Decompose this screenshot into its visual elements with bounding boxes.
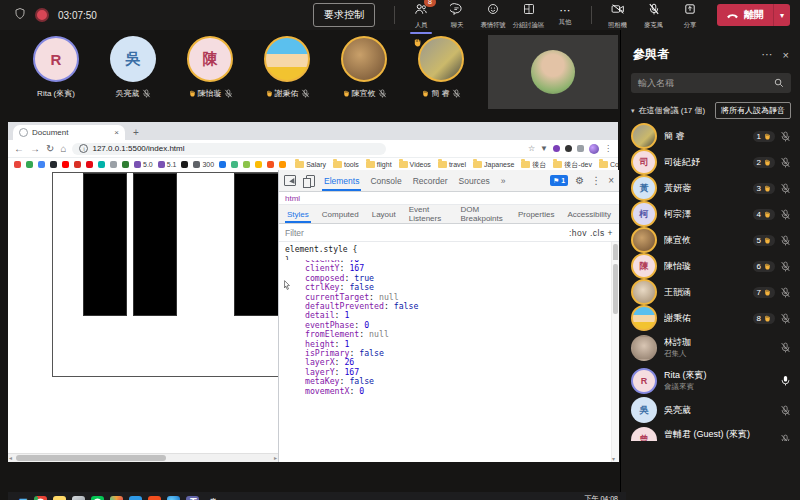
- taskbar-app-icon[interactable]: T: [183, 492, 202, 500]
- bookmark-favicon[interactable]: [50, 161, 57, 168]
- camera-button[interactable]: 照相機: [601, 1, 635, 30]
- participant-row[interactable]: 林詩珈 召集人: [621, 331, 800, 364]
- more-options-button[interactable]: ⋯ 其他: [548, 4, 582, 27]
- taskbar-app-icon[interactable]: ⊞: [12, 492, 31, 500]
- tab-computed[interactable]: Computed: [320, 205, 361, 223]
- bookmark-folder[interactable]: 後台: [521, 160, 546, 170]
- tab-console[interactable]: Console: [368, 170, 403, 191]
- mic-off-icon[interactable]: [780, 405, 791, 416]
- stage-avatar[interactable]: R Rita (來賓): [26, 36, 86, 99]
- share-button[interactable]: 分享: [673, 1, 707, 30]
- tab-layout[interactable]: Layout: [370, 205, 398, 223]
- devtools-settings-icon[interactable]: ⚙: [575, 175, 584, 186]
- tab-close-icon[interactable]: ×: [114, 128, 119, 137]
- participant-row[interactable]: 曾 曾輔君 (Guest) (來賓) 會議來賓: [621, 423, 800, 441]
- tab-recorder[interactable]: Recorder: [411, 170, 450, 191]
- participant-row[interactable]: 謝秉佑 8: [621, 305, 800, 331]
- mic-off-icon[interactable]: [780, 434, 791, 441]
- tab-elements[interactable]: Elements: [322, 170, 361, 191]
- taskbar-app-icon[interactable]: [31, 492, 50, 500]
- chat-button[interactable]: 聊天: [440, 1, 474, 30]
- stage-avatar[interactable]: 陳宜攸: [334, 36, 394, 99]
- taskbar-clock[interactable]: 下午 04:08 2022/5/21: [585, 495, 622, 500]
- vertical-scrollbar[interactable]: ▾: [611, 260, 619, 462]
- bookmark-favicon[interactable]: [62, 161, 69, 168]
- piano-black-key[interactable]: [234, 173, 278, 316]
- participant-row[interactable]: 柯 柯宗澤 4: [621, 201, 800, 227]
- bookmark-favicon[interactable]: [110, 161, 117, 168]
- bookmark-favicon[interactable]: 5.0: [134, 161, 153, 168]
- stage-avatar[interactable]: 謝秉佑: [257, 36, 317, 99]
- breakout-rooms-button[interactable]: 分組討論區: [512, 1, 546, 30]
- stage-avatar[interactable]: 陳 陳怡璇: [180, 36, 240, 99]
- piano-black-key[interactable]: [133, 173, 177, 316]
- mic-off-icon[interactable]: [780, 157, 791, 168]
- bookmark-favicon[interactable]: 5.1: [158, 161, 177, 168]
- styles-toggles[interactable]: :hov .cls +: [569, 228, 613, 238]
- participant-row[interactable]: 黃 黃妍蓉 3: [621, 175, 800, 201]
- address-bar[interactable]: i 127.0.0.1:5500/index.html: [72, 143, 386, 155]
- tab-styles[interactable]: Styles: [285, 205, 311, 223]
- tab-properties[interactable]: Properties: [516, 205, 556, 223]
- back-icon[interactable]: ←: [14, 144, 24, 154]
- issues-badge[interactable]: ⚑ 1: [550, 175, 568, 186]
- mic-off-icon[interactable]: [780, 131, 791, 142]
- bookmark-favicon[interactable]: [255, 161, 262, 168]
- css-rule[interactable]: element.style {: [285, 244, 613, 255]
- bookmark-favicon[interactable]: [86, 161, 93, 168]
- taskbar-app-icon[interactable]: [69, 492, 88, 500]
- site-info-icon[interactable]: i: [79, 144, 88, 153]
- bookmark-favicon[interactable]: [26, 161, 33, 168]
- participant-row[interactable]: R Rita (來賓) 會議來賓: [621, 364, 800, 397]
- taskbar-app-icon[interactable]: [145, 492, 164, 500]
- bookmark-favicon[interactable]: [38, 161, 45, 168]
- bookmark-folder[interactable]: travel: [438, 161, 466, 168]
- taskbar-app-icon[interactable]: [126, 492, 145, 500]
- bookmark-folder[interactable]: Japanese: [473, 161, 514, 168]
- bookmark-folder[interactable]: Salary: [295, 161, 326, 168]
- horizontal-scrollbar[interactable]: ◂ ▸: [8, 453, 278, 462]
- scrollbar-thumb[interactable]: [16, 455, 166, 461]
- taskbar-app-icon[interactable]: [164, 492, 183, 500]
- bookmark-folder[interactable]: Videos: [399, 161, 431, 168]
- forward-icon[interactable]: →: [30, 144, 40, 154]
- tab-accessibility[interactable]: Accessibility: [565, 205, 613, 223]
- bookmark-favicon[interactable]: [279, 161, 286, 168]
- video-tile[interactable]: [488, 35, 618, 109]
- taskbar-app-icon[interactable]: [88, 492, 107, 500]
- tab-event-listeners[interactable]: Event Listeners: [407, 205, 450, 223]
- styles-filter-input[interactable]: Filter: [285, 228, 563, 238]
- browser-menu-icon[interactable]: ⋮: [604, 144, 612, 153]
- bookmark-favicon[interactable]: [267, 161, 274, 168]
- leave-button[interactable]: 離開 ▾: [717, 4, 790, 26]
- bookmark-folder[interactable]: tools: [333, 161, 359, 168]
- participant-row[interactable]: 吳 吳亮葳: [621, 397, 800, 423]
- extension-icon[interactable]: [565, 145, 572, 152]
- mic-off-icon[interactable]: [780, 183, 791, 194]
- bookmark-favicon[interactable]: [243, 161, 250, 168]
- bookmark-favicon[interactable]: [219, 161, 226, 168]
- mic-off-icon[interactable]: [780, 313, 791, 324]
- bookmark-folder[interactable]: flight: [366, 161, 392, 168]
- devtools-close-icon[interactable]: ×: [608, 175, 614, 186]
- elements-breadcrumb[interactable]: html: [279, 192, 619, 205]
- reload-icon[interactable]: ↻: [46, 144, 54, 154]
- request-control-button[interactable]: 要求控制: [313, 3, 375, 27]
- devtools-menu-icon[interactable]: ⋮: [591, 175, 601, 186]
- taskbar-app-icon[interactable]: [107, 492, 126, 500]
- bookmark-favicon[interactable]: [14, 161, 21, 168]
- funnel-extension-icon[interactable]: ▼: [540, 144, 548, 153]
- bookmark-star-icon[interactable]: ☆: [528, 144, 535, 153]
- mic-off-icon[interactable]: [780, 235, 791, 246]
- profile-avatar[interactable]: [589, 144, 599, 154]
- participant-search-input[interactable]: 輸入名稱: [631, 73, 791, 93]
- participant-row[interactable]: 簡 睿 1: [621, 123, 800, 149]
- bookmark-favicon[interactable]: 300: [193, 161, 214, 168]
- mic-on-icon[interactable]: [780, 375, 791, 386]
- mic-button[interactable]: 麥克風: [637, 1, 671, 30]
- section-chevron-icon[interactable]: ▾: [631, 107, 635, 115]
- emoji-button[interactable]: 表情符號: [476, 1, 510, 30]
- tab-dom-breakpoints[interactable]: DOM Breakpoints: [459, 205, 507, 223]
- browser-tab[interactable]: Document ×: [13, 125, 125, 140]
- taskbar-app-icon[interactable]: ⚙: [202, 492, 221, 500]
